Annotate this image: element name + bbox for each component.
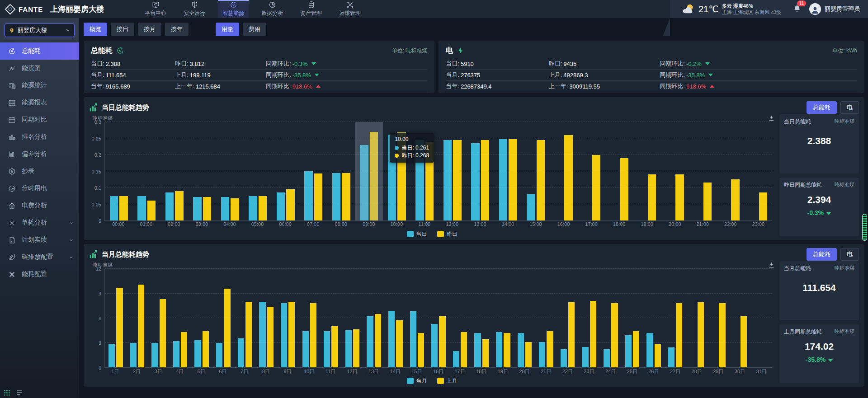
x-tick-label: 22:00	[717, 221, 745, 229]
tab-cost[interactable]: 费用	[243, 23, 266, 36]
nav-item-label: 数据分析	[261, 9, 283, 17]
bar-当月	[130, 343, 137, 368]
yoy-cell: 同期环比: 918.6%	[660, 82, 857, 90]
stat-cell: 当日:2.388	[91, 60, 175, 68]
y-axis: 00.050.10.150.20.250.3	[89, 122, 104, 221]
x-tick-label: 15日	[406, 368, 428, 376]
plot-area[interactable]: 10:00当日: 0.261昨日: 0.268	[104, 122, 772, 221]
plot-area[interactable]	[104, 269, 772, 368]
sidebar-item-fee-analysis[interactable]: 电费分析	[0, 197, 79, 214]
legend-item-当月[interactable]: 当月	[407, 377, 427, 385]
download-icon[interactable]	[768, 262, 775, 268]
stat-box-title: 当日总能耗	[784, 118, 811, 126]
sidebar-item-tou-electricity[interactable]: 分时用电	[0, 180, 79, 197]
nav-item-asset-management[interactable]: 资产管理	[296, 0, 326, 18]
legend-label: 当日	[416, 230, 427, 238]
triangle-up-icon	[316, 85, 321, 88]
x-tick-label: 06:00	[271, 221, 299, 229]
yoy-cell: 同期环比: -0.3%	[266, 60, 427, 68]
bar-昨日	[620, 158, 628, 220]
chevron-down-icon	[69, 238, 74, 243]
grid-dots-icon[interactable]	[4, 389, 10, 396]
clock-icon	[8, 185, 16, 192]
x-tick-label: 08:00	[327, 221, 355, 229]
bar-group-00:00	[105, 122, 133, 220]
bar-上月	[224, 289, 230, 367]
stat-box-unit: 吨标准煤	[835, 265, 854, 272]
triangle-up-icon	[710, 85, 714, 88]
summary-card-title: 总能耗	[91, 46, 113, 56]
sidebar-item-total-energy[interactable]: 总能耗	[0, 42, 79, 60]
bar-group-07:00	[300, 122, 328, 220]
tooltip-time: 10:00	[395, 136, 429, 142]
bar-当日	[110, 196, 118, 221]
sidebar-item-energy-config[interactable]: 能耗配置	[0, 266, 79, 283]
bar-group-16日	[428, 269, 449, 367]
chart-toggle-electricity[interactable]: 电	[840, 101, 859, 114]
sidebar-item-deviation-analysis[interactable]: 偏差分析	[0, 145, 79, 163]
sidebar-item-energy-flow[interactable]: 能流图	[0, 60, 79, 77]
tab-by-day[interactable]: 按日	[111, 23, 134, 36]
fee-icon	[8, 202, 16, 210]
chart-toggle-electricity[interactable]: 电	[840, 248, 859, 261]
summary-row: 当月:111.654上月: 199.119同期环比: -35.8%	[91, 70, 427, 81]
tab-overview[interactable]: 概览	[84, 23, 107, 36]
toolbar: 概览按日按月按年 用量费用	[84, 23, 864, 36]
summary-row: 当月:276375上月: 492869.3同期环比: -35.8%	[446, 70, 857, 81]
sidebar-item-unit-consumption[interactable]: 单耗分析	[0, 214, 79, 231]
chart-legend: 当日昨日	[89, 229, 775, 239]
chart-toggle-total-energy[interactable]: 总能耗	[807, 101, 837, 114]
bar-昨日	[286, 189, 294, 220]
x-tick-label: 14日	[384, 368, 406, 376]
notification-bell-icon[interactable]: 11	[793, 5, 802, 14]
bar-上月	[160, 299, 166, 367]
legend-item-上月[interactable]: 上月	[437, 377, 458, 385]
summary-cards-row: 总能耗 单位: 吨标准煤 当日:2.388昨日: 3.812同期环比: -0.3…	[84, 41, 864, 93]
sidebar-item-meter-reading[interactable]: 抄表	[0, 163, 79, 180]
chart-meta-row: 吨标准煤	[89, 114, 775, 122]
user-menu[interactable]: 丽婴房管理员	[809, 3, 860, 15]
tab-by-year[interactable]: 按年	[165, 23, 189, 36]
scrollbar-thumb[interactable]	[862, 214, 867, 241]
y-tick-label: 0.2	[94, 152, 101, 158]
bar-当日	[304, 171, 312, 220]
x-tick-label: 10:00	[382, 221, 410, 229]
bar-group-13日	[363, 269, 385, 367]
nav-item-ops-management[interactable]: 运维管理	[335, 0, 365, 18]
sidebar-item-ranking-analysis[interactable]: 排名分析	[0, 128, 79, 145]
sidebar-item-period-compare[interactable]: 同期对比	[0, 111, 79, 128]
bar-上月	[418, 333, 424, 367]
nav-item-smart-energy[interactable]: 智慧能源	[218, 0, 249, 18]
building-select[interactable]: 丽婴房大楼	[5, 23, 75, 37]
x-tick-label: 23:00	[745, 221, 773, 229]
nav-item-safe-operation[interactable]: 安全运行	[179, 0, 210, 18]
side-menu: 总能耗能流图能源统计能源报表同期对比排名分析偏差分析抄表分时用电电费分析单耗分析…	[0, 42, 79, 283]
menu-collapse-icon[interactable]	[16, 389, 23, 396]
temperature: 21℃	[698, 4, 719, 14]
weather-lines: 多云 湿度46% 上海 上海城区 东南风 ≤3级	[722, 3, 781, 15]
bar-group-28日	[686, 269, 708, 367]
nav-item-label: 智慧能源	[222, 9, 244, 17]
chart-toggle-total-energy[interactable]: 总能耗	[807, 248, 837, 261]
sidebar-item-carbon-config[interactable]: 碳排放配置	[0, 248, 79, 266]
pie-icon	[269, 1, 276, 9]
download-icon[interactable]	[768, 115, 775, 122]
sidebar-item-plan-actual[interactable]: 计划实绩	[0, 231, 79, 248]
triangle-down-icon	[315, 74, 319, 76]
tab-usage[interactable]: 用量	[216, 23, 239, 36]
legend-item-当日[interactable]: 当日	[407, 230, 427, 238]
tab-by-month[interactable]: 按月	[138, 23, 161, 36]
yoy-cell: 同期环比: -0.2%	[660, 60, 857, 68]
stats-icon	[8, 82, 16, 89]
bar-group-14日	[385, 269, 406, 367]
bar-group-13:00	[467, 122, 495, 220]
summary-card-electricity: 电 单位: kWh 当日:5910昨日: 9435同期环比: -0.2%当月:2…	[439, 41, 864, 93]
nav-item-data-analysis[interactable]: 数据分析	[257, 0, 288, 18]
legend-item-昨日[interactable]: 昨日	[437, 230, 458, 238]
nav-item-platform-center[interactable]: 平台中心	[140, 0, 171, 18]
x-tick-label: 7日	[234, 368, 255, 376]
sidebar-item-energy-stats[interactable]: 能源统计	[0, 77, 79, 94]
x-tick-label: 12:00	[439, 221, 467, 229]
sidebar-item-energy-report[interactable]: 能源报表	[0, 94, 79, 111]
bar-group-7日	[234, 269, 256, 367]
